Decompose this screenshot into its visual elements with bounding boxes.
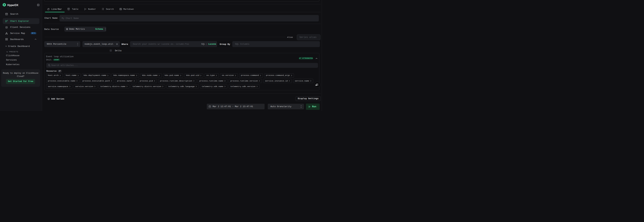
svg-text:2: 2 [84, 9, 85, 10]
svg-text:3: 3 [86, 8, 86, 10]
